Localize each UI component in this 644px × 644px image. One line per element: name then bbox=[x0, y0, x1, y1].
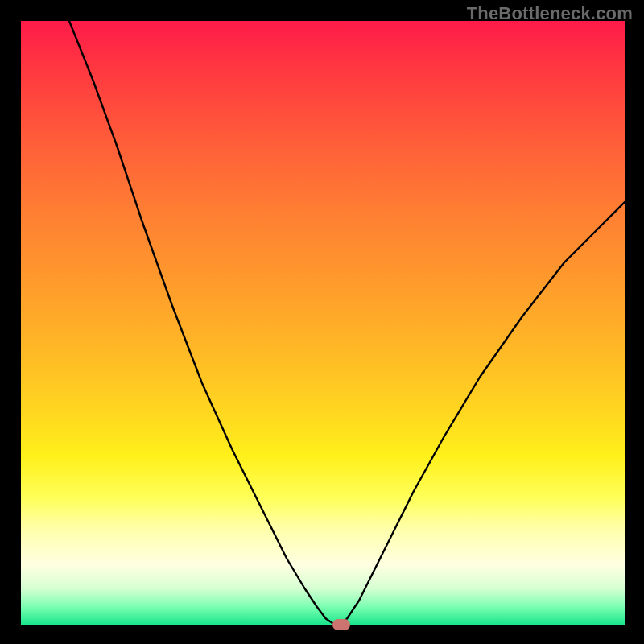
plot-area bbox=[21, 21, 625, 625]
chart-frame: TheBottleneck.com bbox=[0, 0, 644, 644]
watermark-text: TheBottleneck.com bbox=[467, 3, 633, 24]
bottleneck-curve bbox=[21, 21, 625, 625]
optimum-marker bbox=[332, 619, 350, 630]
